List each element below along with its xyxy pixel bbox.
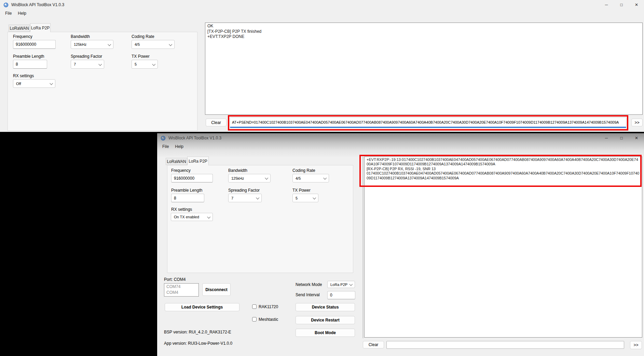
- network-mode-value: LoRa P2P: [330, 283, 347, 287]
- tx-power-select[interactable]: 5: [132, 60, 158, 69]
- coding-rate-label: Coding Rate: [292, 168, 315, 173]
- chevron-down-icon: [265, 176, 268, 180]
- frequency-label: Frequency: [13, 34, 32, 39]
- window-controls: ─ □ ✕: [599, 133, 644, 143]
- chevron-down-icon: [349, 283, 353, 286]
- coding-rate-value: 4/5: [296, 176, 301, 180]
- chevron-down-icon: [169, 42, 172, 46]
- bandwidth-label: Bandwidth: [71, 34, 90, 39]
- panel-divider: [363, 156, 363, 338]
- menu-help[interactable]: Help: [172, 143, 187, 150]
- bandwidth-value: 125kHz: [231, 176, 244, 180]
- preamble-input[interactable]: [13, 60, 47, 69]
- desktop: { "colors": { "highlight_red": "#ee0505"…: [0, 0, 644, 356]
- network-mode-select[interactable]: LoRa P2P: [327, 281, 355, 288]
- close-button[interactable]: ✕: [629, 133, 644, 143]
- tx-power-value: 5: [135, 62, 137, 66]
- network-mode-label: Network Mode: [296, 282, 322, 287]
- rx-settings-value: On TX enabled: [174, 215, 199, 219]
- clear-button[interactable]: Clear: [206, 119, 227, 126]
- rak11720-label: RAK11720: [259, 304, 278, 309]
- rx-settings-label: RX settings: [13, 73, 34, 78]
- close-button[interactable]: ✕: [629, 0, 644, 10]
- send-button[interactable]: >>: [631, 119, 643, 126]
- device-status-button[interactable]: Device Status: [296, 303, 355, 311]
- spreading-factor-select[interactable]: 7: [71, 60, 104, 69]
- preamble-label: Preamble Length: [171, 188, 202, 193]
- chevron-down-icon: [207, 215, 210, 218]
- bandwidth-select[interactable]: 125kHz: [228, 174, 271, 182]
- tx-power-label: TX Power: [292, 188, 311, 193]
- app-icon: [3, 2, 9, 8]
- bandwidth-label: Bandwidth: [228, 168, 247, 173]
- app-icon: [161, 136, 166, 141]
- spreading-factor-label: Spreading Factor: [228, 188, 260, 193]
- minimize-button[interactable]: ─: [599, 0, 614, 10]
- rx-settings-select[interactable]: Off: [13, 79, 55, 88]
- window-tx: WisBlock API ToolBox V1.0.3 ─ □ ✕ File H…: [0, 0, 644, 132]
- tx-power-select[interactable]: 5: [292, 194, 318, 202]
- maximize-button[interactable]: □: [614, 133, 629, 143]
- serial-log[interactable]: OK [TX-P2P-CB] P2P TX finished +EVT:TXP2…: [205, 23, 643, 115]
- spreading-factor-value: 7: [231, 196, 233, 200]
- port-label: Port: COM4: [164, 277, 186, 282]
- menubar: File Help: [0, 10, 29, 17]
- com-port-item[interactable]: COM74: [166, 284, 196, 290]
- frequency-input[interactable]: [13, 40, 56, 49]
- boot-mode-button[interactable]: Boot Mode: [296, 329, 355, 337]
- menubar: File Help: [157, 143, 187, 150]
- spreading-factor-label: Spreading Factor: [71, 54, 102, 59]
- tab-lora-p2p[interactable]: LoRa P2P: [30, 23, 51, 32]
- send-interval-label: Send Interval: [296, 292, 320, 297]
- command-input[interactable]: [230, 118, 626, 128]
- spreading-factor-select[interactable]: 7: [228, 194, 262, 202]
- bandwidth-value: 125kHz: [74, 42, 86, 46]
- maximize-button[interactable]: □: [614, 0, 629, 10]
- bandwidth-select[interactable]: 125kHz: [71, 40, 113, 49]
- chevron-down-icon: [108, 42, 111, 46]
- menu-file[interactable]: File: [2, 10, 15, 17]
- send-interval-input[interactable]: [327, 291, 355, 299]
- titlebar[interactable]: WisBlock API ToolBox V1.0.3: [0, 0, 644, 10]
- preamble-label: Preamble Length: [13, 54, 44, 59]
- load-device-settings-button[interactable]: Load Device Settings: [165, 303, 239, 311]
- preamble-input[interactable]: [171, 194, 204, 202]
- tab-lorawan[interactable]: LoRaWAN: [166, 158, 187, 165]
- coding-rate-select[interactable]: 4/5: [292, 174, 329, 182]
- spreading-factor-value: 7: [74, 62, 76, 66]
- menu-help[interactable]: Help: [15, 10, 29, 17]
- device-restart-button[interactable]: Device Restart: [296, 316, 355, 324]
- app-version-text: App version: RUI3-Low-Power-V1.0.0: [164, 341, 232, 346]
- window-title: WisBlock API ToolBox V1.0.3: [11, 2, 64, 7]
- com-port-list[interactable]: COM74 COM4: [164, 283, 199, 297]
- tab-lora-p2p[interactable]: LoRa P2P: [187, 156, 209, 165]
- disconnect-button[interactable]: Disconnect: [202, 283, 231, 296]
- tx-power-label: TX Power: [132, 54, 150, 59]
- chevron-down-icon: [323, 176, 327, 180]
- titlebar[interactable]: WisBlock API ToolBox V1.0.3: [157, 133, 644, 143]
- serial-log[interactable]: +EVT:RXP2P:-19:13:017400C1027400B1037400…: [364, 156, 642, 338]
- frequency-label: Frequency: [171, 168, 191, 173]
- window-controls: ─ □ ✕: [599, 0, 644, 10]
- window-rx: WisBlock API ToolBox V1.0.3 ─ □ ✕ File H…: [157, 133, 644, 356]
- minimize-button[interactable]: ─: [599, 133, 614, 143]
- chevron-down-icon: [98, 62, 102, 66]
- clear-button[interactable]: Clear: [363, 341, 384, 348]
- coding-rate-value: 4/5: [135, 42, 140, 46]
- menu-file[interactable]: File: [159, 143, 172, 150]
- com-port-item[interactable]: COM4: [166, 290, 196, 296]
- meshtastic-label: Meshtastic: [259, 317, 278, 322]
- command-input[interactable]: [386, 341, 624, 349]
- meshtastic-checkbox[interactable]: [252, 317, 257, 321]
- window-title: WisBlock API ToolBox V1.0.3: [168, 136, 221, 140]
- send-button[interactable]: >>: [630, 341, 642, 349]
- tx-power-value: 5: [296, 196, 298, 200]
- rak11720-checkbox[interactable]: [252, 304, 257, 309]
- rx-settings-select[interactable]: On TX enabled: [171, 213, 213, 221]
- frequency-input[interactable]: [171, 174, 213, 182]
- coding-rate-select[interactable]: 4/5: [132, 40, 175, 49]
- tab-lorawan[interactable]: LoRaWAN: [9, 25, 30, 32]
- rx-settings-label: RX settings: [171, 207, 192, 212]
- chevron-down-icon: [256, 196, 259, 200]
- bsp-version-text: BSP version: RUI_4.2.0_RAK3172-E: [164, 330, 231, 334]
